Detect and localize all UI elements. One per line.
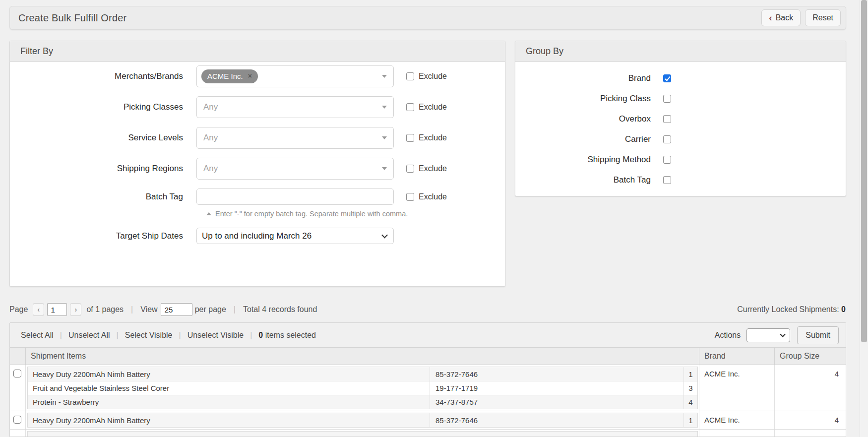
shipping-regions-label: Shipping Regions [10, 164, 183, 174]
picking-classes-multiselect[interactable]: Any [196, 96, 394, 118]
filter-by-body: Merchants/Brands ACME Inc. × Exclude Pic… [10, 62, 505, 244]
group-by-option: Carrier [515, 129, 846, 149]
next-page-button[interactable]: › [70, 303, 81, 316]
page-number-input[interactable] [47, 303, 67, 316]
shipment-item-row: Protein - Strawberry 34-737-8757 4 [28, 395, 697, 409]
group-by-panel-header: Group By [515, 41, 846, 62]
items-block [27, 431, 698, 437]
item-qty: 1 [683, 413, 697, 427]
row-checkbox-cell [10, 365, 26, 411]
item-name: Fruit and Vegetable Stainless Steel Core… [28, 384, 430, 392]
hint-triangle-icon [206, 212, 211, 215]
shipping-regions-placeholder: Any [201, 164, 218, 174]
picking-classes-placeholder: Any [201, 102, 218, 112]
shipping-regions-exclude-label: Exclude [419, 164, 447, 173]
items-selected-text: 0 items selected [258, 331, 316, 340]
batch-tag-exclude-checkbox[interactable] [406, 193, 414, 201]
item-sku: 19-177-1719 [430, 381, 683, 395]
reset-button[interactable]: Reset [805, 9, 841, 26]
total-records-text: Total 4 records found [243, 305, 317, 314]
toolbar-separator: | [250, 331, 252, 340]
filter-row-batch-tag: Batch Tag Exclude [10, 188, 505, 205]
merchant-selected-tag: ACME Inc. × [201, 69, 258, 84]
item-qty: 3 [683, 381, 697, 395]
prev-page-icon: ‹ [38, 306, 40, 313]
per-page-input[interactable] [161, 303, 192, 316]
table-header-group-size: Group Size [775, 348, 846, 365]
group-by-panel: Group By Brand Picking Class Overbox Car… [515, 41, 846, 196]
pagination-bar: Page ‹ › of 1 pages | View per page | To… [9, 302, 846, 317]
reset-button-label: Reset [812, 13, 833, 22]
row-checkbox[interactable] [13, 370, 21, 377]
merchants-exclude[interactable]: Exclude [406, 72, 447, 81]
merchants-exclude-label: Exclude [419, 72, 447, 81]
item-qty: 4 [683, 395, 697, 409]
filter-by-title: Filter By [20, 46, 53, 57]
select-chevron-icon [780, 331, 786, 337]
select-visible-link[interactable]: Select Visible [125, 331, 173, 340]
batch-tag-label: Batch Tag [10, 192, 183, 202]
group-option-checkbox[interactable] [663, 74, 671, 82]
scrollbar-thumb[interactable] [861, 0, 867, 342]
shipping-regions-exclude-checkbox[interactable] [406, 165, 414, 173]
service-levels-exclude[interactable]: Exclude [406, 133, 447, 142]
actions-label: Actions [715, 331, 741, 340]
target-ship-dates-select[interactable]: Up to and including March 26 [196, 228, 394, 244]
back-button[interactable]: ‹ Back [761, 9, 801, 26]
shipments-table-panel: Select All | Unselect All | Select Visib… [9, 322, 846, 437]
shipment-item-row: Heavy Duty 2200mAh Nimh Battery 85-372-7… [28, 367, 697, 381]
per-page-text: per page [195, 305, 226, 314]
select-all-link[interactable]: Select All [21, 331, 54, 340]
of-pages-text: of 1 pages [86, 305, 124, 314]
row-group-size: 4 [775, 411, 846, 429]
group-by-option: Overbox [515, 109, 846, 129]
toolbar-separator: | [60, 331, 62, 340]
shipment-item-row: Heavy Duty 2200mAh Nimh Battery 85-372-7… [28, 413, 697, 427]
unselect-visible-link[interactable]: Unselect Visible [187, 331, 244, 340]
picking-classes-exclude-label: Exclude [419, 103, 447, 112]
service-levels-multiselect[interactable]: Any [196, 127, 394, 149]
batch-tag-input[interactable] [196, 188, 394, 205]
merchants-control: ACME Inc. × [196, 65, 394, 87]
group-option-checkbox[interactable] [663, 156, 671, 164]
remove-tag-icon[interactable]: × [248, 72, 252, 80]
dropdown-arrow-icon [382, 75, 387, 78]
batch-tag-exclude[interactable]: Exclude [406, 192, 447, 201]
merchants-exclude-checkbox[interactable] [406, 72, 414, 80]
dropdown-arrow-icon [382, 167, 387, 170]
merchants-multiselect[interactable]: ACME Inc. × [196, 65, 394, 87]
service-levels-label: Service Levels [10, 133, 183, 143]
dropdown-arrow-icon [382, 136, 387, 139]
filter-by-panel: Filter By Merchants/Brands ACME Inc. × E… [9, 41, 505, 287]
group-option-checkbox[interactable] [663, 95, 671, 103]
group-option-checkbox[interactable] [663, 176, 671, 184]
filter-row-shipping-regions: Shipping Regions Any Exclude [10, 158, 505, 180]
items-block: Heavy Duty 2200mAh Nimh Battery 85-372-7… [27, 367, 698, 409]
shipment-item-row [28, 432, 697, 437]
table-row: Heavy Duty 2200mAh Nimh Battery 85-372-7… [10, 365, 846, 411]
filter-row-picking-classes: Picking Classes Any Exclude [10, 96, 505, 118]
shipping-regions-exclude[interactable]: Exclude [406, 164, 447, 173]
actions-select[interactable] [746, 328, 790, 342]
prev-page-button[interactable]: ‹ [33, 303, 44, 316]
pagination-separator: | [234, 305, 236, 314]
row-checkbox[interactable] [13, 416, 21, 424]
unselect-all-link[interactable]: Unselect All [68, 331, 110, 340]
back-chevron-icon: ‹ [769, 13, 772, 22]
page-title: Create Bulk Fulfill Order [18, 12, 761, 24]
service-levels-exclude-checkbox[interactable] [406, 134, 414, 142]
group-by-title: Group By [526, 46, 563, 57]
item-name: Heavy Duty 2200mAh Nimh Battery [28, 416, 430, 425]
picking-classes-exclude-checkbox[interactable] [406, 103, 414, 111]
row-checkbox-cell [10, 411, 26, 429]
group-option-label: Batch Tag [515, 175, 651, 185]
submit-button[interactable]: Submit [797, 326, 839, 344]
shipping-regions-multiselect[interactable]: Any [196, 158, 394, 180]
group-by-options: Brand Picking Class Overbox Carrier Ship… [515, 62, 846, 190]
group-option-checkbox[interactable] [663, 115, 671, 123]
group-option-checkbox[interactable] [663, 135, 671, 143]
view-label: View [140, 305, 157, 314]
picking-classes-exclude[interactable]: Exclude [406, 103, 447, 112]
back-button-label: Back [776, 13, 794, 22]
item-sku: 85-372-7646 [430, 413, 683, 427]
